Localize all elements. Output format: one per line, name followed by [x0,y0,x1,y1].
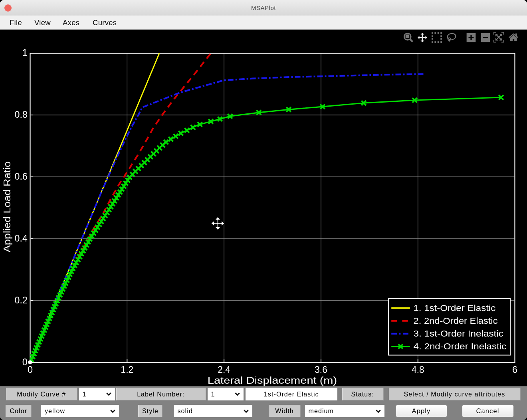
svg-text:1: 1 [83,391,87,398]
svg-text:Select / Modify curve attribut: Select / Modify curve attributes [404,391,505,398]
svg-text:Status:: Status: [351,391,374,398]
svg-text:Width: Width [275,408,293,414]
svg-text:1: 1 [211,391,215,398]
svg-text:solid: solid [178,408,193,414]
svg-text:Modify Curve #: Modify Curve # [17,391,66,398]
svg-text:yellow: yellow [45,408,65,414]
svg-text:Label Number:: Label Number: [137,391,184,398]
svg-text:Style: Style [142,408,158,414]
svg-text:Apply: Apply [412,407,431,414]
svg-text:Cancel: Cancel [476,407,499,414]
svg-text:Color: Color [10,408,27,414]
svg-text:medium: medium [309,408,334,414]
svg-text:1st-Order Elastic: 1st-Order Elastic [264,391,319,398]
